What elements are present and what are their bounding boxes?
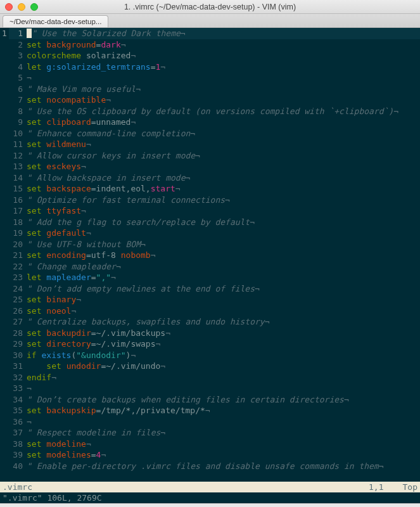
status-filename: .vimrc: [3, 482, 369, 492]
code-line[interactable]: 24" Don’t add empty newlines at the end …: [0, 283, 420, 295]
code-content: " Allow backspace in insert mode¬: [27, 172, 420, 184]
maximize-icon[interactable]: [30, 3, 38, 11]
fold-column: [0, 72, 9, 84]
code-content: " Allow cursor keys in insert mode¬: [27, 150, 420, 162]
code-line[interactable]: 9set clipboard=unnamed¬: [0, 117, 420, 128]
code-line[interactable]: 10" Enhance command-line completion¬: [0, 128, 420, 139]
line-number: 39: [9, 449, 27, 461]
line-number: 22: [9, 261, 27, 273]
line-number: 32: [9, 372, 27, 383]
code-line[interactable]: 36¬: [0, 416, 420, 428]
tab-label: ~/Dev/mac-data-dev-setup...: [10, 18, 101, 25]
code-line[interactable]: 16" Optimize for fast terminal connectio…: [0, 195, 420, 206]
eol-marker-icon: ¬: [116, 262, 121, 271]
code-line[interactable]: 31 set undodir=~/.vim/undo¬: [0, 361, 420, 372]
traffic-lights: [5, 3, 38, 11]
fold-column: [0, 183, 9, 195]
code-line[interactable]: 35set backupskip=/tmp/*,/private/tmp/*¬: [0, 405, 420, 416]
code-line[interactable]: 33¬: [0, 383, 420, 394]
fold-column: [0, 94, 9, 106]
fold-column: [0, 161, 9, 172]
eol-marker-icon: ¬: [81, 206, 86, 215]
code-line[interactable]: 38set modeline¬: [0, 439, 420, 450]
fold-column: [0, 394, 9, 406]
code-line[interactable]: 19set gdefault¬: [0, 228, 420, 239]
code-line[interactable]: 6" Make Vim more useful¬: [0, 84, 420, 95]
code-line[interactable]: 17set ttyfast¬: [0, 205, 420, 217]
tab-vimrc[interactable]: ~/Dev/mac-data-dev-setup...: [3, 15, 108, 27]
code-line[interactable]: 30if exists("&undodir")¬: [0, 350, 420, 361]
code-line[interactable]: 28set backupdir=~/.vim/backups¬: [0, 328, 420, 339]
code-content: " Enable per-directory .vimrc files and …: [27, 461, 420, 472]
code-line[interactable]: 15set backspace=indent,eol,start¬: [0, 183, 420, 195]
code-line[interactable]: 13set esckeys¬: [0, 161, 420, 172]
line-number: 13: [9, 161, 27, 172]
code-line[interactable]: 8" Use the OS clipboard by default (on v…: [0, 106, 420, 117]
code-content: ¬: [27, 383, 420, 394]
line-number: 29: [9, 338, 27, 350]
code-content: " Use the OS clipboard by default (on ve…: [27, 106, 420, 117]
line-number: 36: [9, 416, 27, 428]
line-number: 3: [9, 50, 27, 61]
code-line[interactable]: 20" Use UTF-8 without BOM¬: [0, 239, 420, 250]
code-line[interactable]: 5¬: [0, 72, 420, 84]
code-line[interactable]: 14" Allow backspace in insert mode¬: [0, 172, 420, 184]
code-content: set undodir=~/.vim/undo¬: [27, 361, 420, 372]
window-title: 1. .vimrc (~/Dev/mac-data-dev-setup) - V…: [0, 3, 420, 11]
code-content: ¬: [27, 416, 420, 428]
fold-column: [0, 316, 9, 328]
code-line[interactable]: 21set encoding=utf-8 nobomb¬: [0, 250, 420, 261]
fold-column: [0, 195, 9, 206]
line-number: 11: [9, 139, 27, 150]
code-line[interactable]: 3colorscheme solarized¬: [0, 50, 420, 61]
code-line[interactable]: 7set nocompatible¬: [0, 94, 420, 106]
editor-area[interactable]: 11" Use the Solarized Dark theme¬ 2set b…: [0, 28, 420, 482]
line-number: 8: [9, 106, 27, 117]
eol-marker-icon: ¬: [160, 62, 165, 72]
fold-column: [0, 61, 9, 73]
code-content: set encoding=utf-8 nobomb¬: [27, 250, 420, 261]
tab-strip: ~/Dev/mac-data-dev-setup...: [0, 14, 420, 28]
code-line[interactable]: 22" Change mapleader¬: [0, 261, 420, 273]
eol-marker-icon: ¬: [190, 129, 195, 138]
code-line[interactable]: 34" Don’t create backups when editing fi…: [0, 394, 420, 406]
fold-column: [0, 150, 9, 162]
code-content: " Respect modeline in files¬: [27, 427, 420, 439]
minimize-icon[interactable]: [18, 3, 25, 11]
code-line[interactable]: 40" Enable per-directory .vimrc files an…: [0, 461, 420, 472]
eol-marker-icon: ¬: [165, 328, 170, 338]
code-line[interactable]: 23let mapleader=","¬: [0, 272, 420, 283]
code-line[interactable]: 2set background=dark¬: [0, 39, 420, 51]
fold-column: [0, 272, 9, 283]
code-content: set backspace=indent,eol,start¬: [27, 183, 420, 195]
code-content: set binary¬: [27, 294, 420, 305]
code-line[interactable]: 27" Centralize backups, swapfiles and un…: [0, 316, 420, 328]
code-line[interactable]: 11" Use the Solarized Dark theme¬: [0, 28, 420, 39]
code-line[interactable]: 26set noeol¬: [0, 305, 420, 317]
code-line[interactable]: 32endif¬: [0, 372, 420, 383]
eol-marker-icon: ¬: [250, 217, 255, 227]
code-line[interactable]: 4let g:solarized_termtrans=1¬: [0, 61, 420, 73]
line-number: 12: [9, 150, 27, 162]
code-line[interactable]: 11set wildmenu¬: [0, 139, 420, 150]
fold-column: [0, 449, 9, 461]
code-line[interactable]: 39set modelines=4¬: [0, 449, 420, 461]
code-line[interactable]: 18" Add the g flag to search/replace by …: [0, 217, 420, 228]
eol-marker-icon: ¬: [195, 151, 200, 160]
code-content: set background=dark¬: [27, 39, 420, 51]
eol-marker-icon: ¬: [130, 350, 136, 360]
line-number: 4: [9, 61, 27, 73]
line-number: 15: [9, 183, 27, 195]
fold-column: [0, 372, 9, 383]
close-icon[interactable]: [5, 3, 13, 11]
eol-marker-icon: ¬: [141, 240, 146, 249]
fold-column: [0, 39, 9, 51]
eol-marker-icon: ¬: [156, 339, 161, 349]
line-number: 17: [9, 205, 27, 217]
code-line[interactable]: 25set binary¬: [0, 294, 420, 305]
line-number: 21: [9, 250, 27, 261]
code-line[interactable]: 12" Allow cursor keys in insert mode¬: [0, 150, 420, 162]
code-line[interactable]: 37" Respect modeline in files¬: [0, 427, 420, 439]
code-line[interactable]: 29set directory=~/.vim/swaps¬: [0, 338, 420, 350]
code-content: set clipboard=unnamed¬: [27, 117, 420, 128]
